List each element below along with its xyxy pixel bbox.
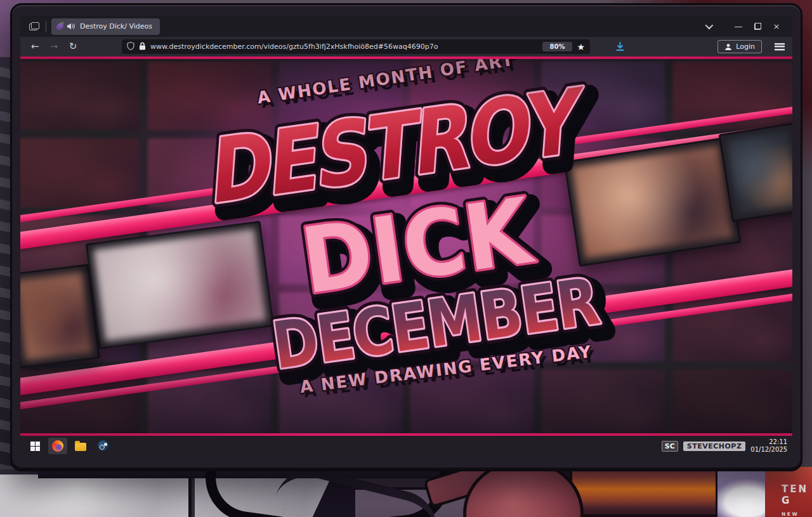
user-icon [724,43,732,51]
screen: Destroy Dick/ Videos — × ← → ↻ www.destr… [20,16,792,456]
red-poster: TEN G NEW ADULT [765,467,812,517]
taskbar-firefox[interactable] [48,438,67,454]
firefox-icon [52,440,63,452]
watermark-name-badge: STEVECHOPZ [683,442,746,451]
clock-time: 22:11 [750,438,787,447]
monitor: Destroy Dick/ Videos — × ← → ↻ www.destr… [10,3,802,471]
taskbar-steam[interactable] [94,438,113,454]
hero-logo: A WHOLE MONTH OF ART DESTROY DESTROY DES… [20,59,792,433]
restore-icon [754,23,761,30]
start-button[interactable] [25,438,44,454]
menu-hamburger-icon[interactable] [775,43,785,51]
lock-icon[interactable] [139,41,146,53]
bookmark-star-icon[interactable]: ★ [577,43,585,51]
red-poster-subtitle: NEW ADULT [782,511,812,517]
clock-date: 01/12/2025 [750,446,787,454]
downloads-button[interactable] [615,42,625,51]
tab-title: Destroy Dick/ Videos [80,22,152,30]
url-bar[interactable]: www.destroydickdecember.com/videos/gztu5… [122,39,590,54]
login-label: Login [736,43,755,51]
taskbar-file-explorer[interactable] [71,438,90,454]
restore-button[interactable] [748,23,767,30]
comic-panel-light [0,474,192,517]
browser-tab[interactable]: Destroy Dick/ Videos [51,18,160,35]
list-tabs-chevron-icon[interactable] [705,22,714,30]
browser-toolbar: ← → ↻ www.destroydickdecember.com/videos… [20,37,792,56]
reload-button[interactable]: ↻ [66,42,80,51]
red-poster-title: TEN G [782,483,812,506]
back-button[interactable]: ← [28,42,42,51]
folder-icon [75,443,86,451]
close-button[interactable]: × [767,22,786,31]
login-button[interactable]: Login [717,40,762,53]
page-content: A WHOLE MONTH OF ART DESTROY DESTROY DES… [20,59,792,433]
tab-separator [46,21,46,32]
firefox-view-icon[interactable] [29,22,39,30]
taskbar-right: SC STEVECHOPZ 22:11 01/12/2025 [662,438,787,454]
steam-icon [98,440,109,452]
taskbar-clock[interactable]: 22:11 01/12/2025 [750,438,787,454]
browser-titlebar: Destroy Dick/ Videos — × [20,16,792,37]
windows-logo-icon [30,442,40,451]
eggplant-favicon [55,22,65,32]
watermark-initials-badge: SC [662,441,678,452]
forward-button[interactable]: → [47,42,61,51]
tab-audio-icon[interactable] [67,23,75,30]
minimize-button[interactable]: — [729,22,748,31]
shield-icon[interactable] [127,41,134,53]
url-text[interactable]: www.destroydickdecember.com/videos/gztu5… [150,43,538,51]
zoom-level-badge[interactable]: 80% [542,42,573,51]
windows-taskbar: SC STEVECHOPZ 22:11 01/12/2025 [20,436,792,456]
